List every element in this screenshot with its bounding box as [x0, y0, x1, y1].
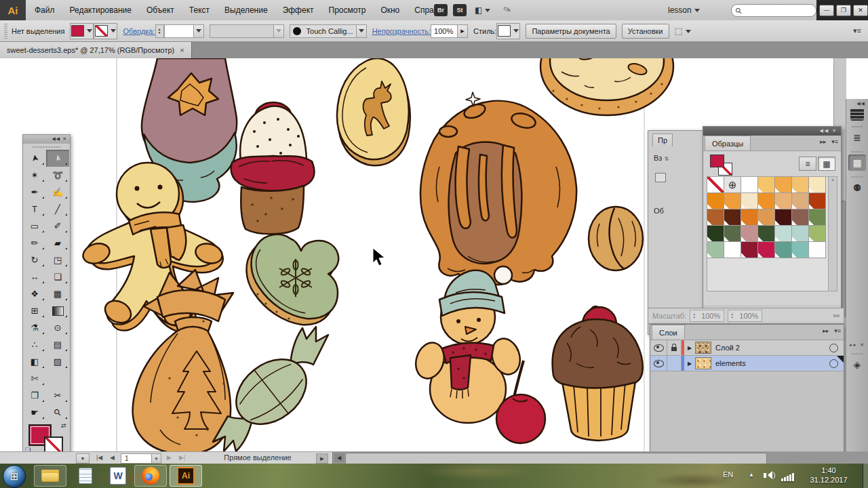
slice-tool[interactable]: ✂	[46, 387, 69, 404]
blob-brush-tool[interactable]: ✍	[46, 184, 69, 201]
swatch[interactable]	[741, 241, 758, 258]
swatch[interactable]	[791, 176, 809, 193]
magic-wand-tool[interactable]: ✶	[23, 167, 46, 184]
control-panel-menu-icon[interactable]: ▾≡	[853, 26, 861, 35]
search-input[interactable]: ⚲	[731, 4, 816, 17]
start-button[interactable]: ⊞	[3, 465, 26, 488]
swatch[interactable]	[757, 241, 775, 258]
swatch[interactable]	[741, 225, 758, 242]
last-artboard-icon[interactable]: ▶|	[179, 454, 185, 461]
layer-target-icon[interactable]	[829, 344, 838, 352]
swatch[interactable]	[707, 192, 724, 209]
dock-collapse-icon[interactable]: ▸▸ ✕	[846, 342, 868, 348]
tools-panel-grip[interactable]	[33, 144, 60, 149]
expand-icon[interactable]: ▶	[684, 361, 695, 367]
dock-grip[interactable]	[852, 352, 863, 355]
stroke-weight-combo[interactable]	[164, 24, 204, 38]
tab-layers[interactable]: Слои	[652, 325, 685, 340]
menu-item-5[interactable]: Эффект	[275, 0, 321, 20]
pencil-tool[interactable]: ✏	[23, 235, 46, 251]
line-segment-tool[interactable]: ╱	[46, 201, 69, 218]
background-panel-tab[interactable]: Пр	[652, 134, 673, 146]
swatch[interactable]	[808, 209, 826, 226]
scrollbar-thumb[interactable]	[345, 453, 767, 464]
type-tool[interactable]: T	[23, 201, 46, 218]
paintbrush-tool[interactable]: ✐	[46, 218, 69, 235]
layer-target-icon[interactable]	[829, 359, 838, 368]
bridge-icon[interactable]: Br	[434, 4, 448, 16]
swatch[interactable]	[808, 176, 826, 193]
shape-builder-tool[interactable]: ❖	[23, 285, 46, 302]
expand-icon[interactable]: ▶	[684, 345, 695, 351]
tray-language[interactable]: EN	[723, 470, 733, 479]
menu-item-7[interactable]: Окно	[373, 0, 407, 20]
stroke-panel-link[interactable]: Обводка:	[123, 27, 155, 35]
canvas-horizontal-scrollbar[interactable]: ◀	[332, 452, 868, 464]
tools-panel-header[interactable]: ◀◀ ✕	[23, 135, 70, 144]
direct-selection-tool[interactable]: ➣	[46, 150, 69, 167]
pen-tool[interactable]: ✒	[23, 184, 46, 201]
swatch[interactable]	[741, 192, 758, 209]
hand-tool[interactable]: ☛	[23, 404, 46, 421]
swatch-grid-scrollbar[interactable]: ▴	[828, 176, 837, 291]
lock-toggle[interactable]	[667, 340, 682, 355]
next-artboard-icon[interactable]: ▶	[167, 454, 172, 461]
stroke-panel-icon[interactable]: ≣	[848, 129, 866, 146]
restore-button[interactable]: ❐	[836, 5, 851, 16]
preferences-button[interactable]: Установки	[622, 24, 669, 39]
swatch[interactable]	[774, 209, 792, 226]
swatch[interactable]	[774, 192, 792, 209]
perspective-grid-tool[interactable]: ▦	[46, 285, 69, 302]
workspace-switcher[interactable]: lesson	[668, 0, 700, 20]
fill-color-button[interactable]	[70, 23, 94, 39]
swatch[interactable]	[724, 241, 741, 258]
menu-item-6[interactable]: Просмотр	[321, 0, 374, 20]
scale-tool[interactable]: ◳	[46, 251, 69, 268]
taskbar-explorer[interactable]	[34, 465, 66, 487]
gradient-tool[interactable]	[46, 302, 69, 319]
swatch[interactable]	[741, 176, 758, 193]
tab-close-icon[interactable]: ×	[180, 46, 184, 54]
artboard-number-field[interactable]: 1▼	[121, 453, 161, 464]
swatch[interactable]	[757, 225, 775, 242]
swatch[interactable]	[724, 192, 741, 209]
visibility-toggle[interactable]	[650, 340, 667, 355]
width-tool[interactable]: ↔	[23, 268, 46, 285]
cs-live-icon[interactable]: ✑	[502, 3, 513, 16]
menu-item-1[interactable]: Редактирование	[62, 0, 139, 20]
knife-tool[interactable]: ✄	[23, 370, 46, 387]
appearance-panel-icon[interactable]	[850, 108, 864, 121]
swatch[interactable]	[808, 192, 826, 209]
panel-menu-icon[interactable]: ▾≡	[831, 138, 838, 145]
swatch[interactable]	[707, 209, 724, 226]
background-panel-icon[interactable]	[655, 173, 666, 182]
column-graph-tool[interactable]: ▤	[46, 336, 69, 353]
swatch[interactable]	[757, 209, 775, 226]
menu-item-4[interactable]: Выделение	[217, 0, 275, 20]
lock-toggle[interactable]	[667, 356, 682, 371]
list-view-button[interactable]: ≡	[799, 157, 816, 171]
live-paint-selection-tool[interactable]: ▨	[46, 353, 69, 370]
eraser-tool[interactable]: ▰	[46, 235, 69, 251]
layers-panel-icon[interactable]: ◈	[848, 357, 866, 373]
control-bar-grip[interactable]	[4, 24, 7, 39]
free-transform-tool[interactable]: ❏	[46, 268, 69, 285]
dock-grip[interactable]	[852, 125, 863, 128]
network-icon[interactable]	[781, 473, 794, 481]
select-similar-icon[interactable]: ⬚	[675, 26, 691, 36]
menu-item-2[interactable]: Объект	[139, 0, 182, 20]
swatch[interactable]	[741, 209, 758, 226]
opacity-combo[interactable]: 100%▸	[431, 24, 468, 38]
swatches-fill-proxy[interactable]	[710, 155, 724, 167]
menu-item-3[interactable]: Текст	[182, 0, 217, 20]
layer-thumbnail[interactable]	[695, 342, 711, 354]
zoom-level-dropdown[interactable]: ▼	[76, 453, 90, 464]
document-setup-button[interactable]: Параметры документа	[526, 24, 616, 39]
style-swatch-button[interactable]	[496, 23, 520, 39]
brush-combo[interactable]: Touch Callig...	[290, 24, 367, 38]
swatch[interactable]	[757, 192, 775, 209]
taskbar-word[interactable]: W	[102, 465, 134, 487]
menu-item-0[interactable]: Файл	[27, 0, 62, 20]
zoom-tool[interactable]: ⚲	[46, 404, 69, 421]
dock-grip[interactable]	[852, 150, 863, 153]
